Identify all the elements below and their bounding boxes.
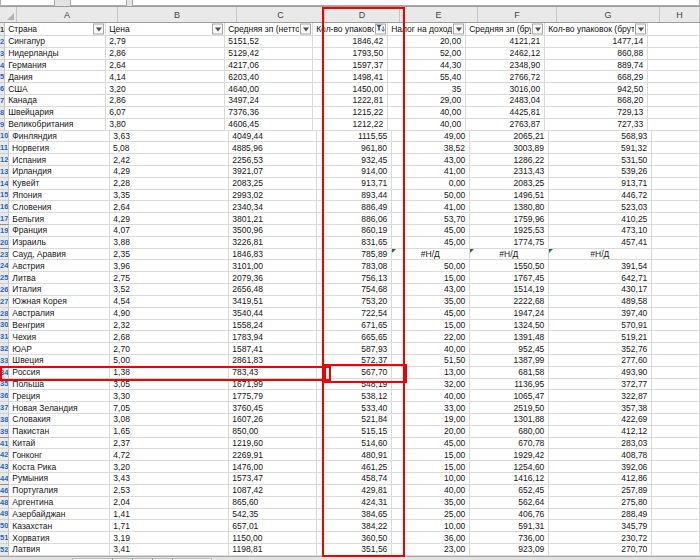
price-cell[interactable]: 2,53 (110, 485, 229, 497)
row-number-27[interactable]: 27 (0, 296, 9, 308)
row-number-24[interactable]: 24 (0, 260, 9, 272)
row-number-50[interactable]: 50 (0, 520, 9, 532)
packs-cell[interactable]: 671,65 (317, 320, 392, 332)
packs-cell[interactable]: 1846,42 (313, 36, 388, 48)
empty-cell[interactable] (652, 260, 700, 272)
empty-cell[interactable] (652, 154, 700, 166)
tax-cell[interactable]: 36,00 (392, 532, 470, 544)
price-cell[interactable]: 4,29 (110, 166, 229, 178)
gross-packs-cell[interactable]: 372,77 (549, 379, 652, 391)
gross-salary-cell[interactable]: 2083,25 (470, 178, 549, 190)
packs-cell[interactable]: 754,68 (317, 284, 392, 296)
net-salary-cell[interactable]: 865,60 (229, 497, 317, 509)
country-cell[interactable]: Румыния (9, 473, 110, 485)
country-cell[interactable]: Литва (9, 272, 110, 284)
net-salary-cell[interactable]: 1775,79 (229, 390, 317, 402)
country-cell[interactable]: Австрия (9, 260, 110, 272)
packs-cell[interactable]: 1597,37 (313, 60, 388, 72)
price-cell[interactable]: 3,63 (110, 131, 229, 143)
packs-cell[interactable]: 384,22 (317, 520, 392, 532)
tax-cell[interactable]: 40,00 (388, 107, 466, 119)
price-cell[interactable]: 1,38 (110, 367, 229, 379)
gross-packs-cell[interactable]: 1477,14 (545, 36, 648, 48)
column-letter-d[interactable]: D (325, 7, 400, 22)
gross-salary-cell[interactable]: 2313,43 (470, 166, 549, 178)
packs-cell[interactable]: 360,50 (317, 532, 392, 544)
empty-cell[interactable] (652, 414, 700, 426)
gross-salary-cell[interactable]: #Н/Д (470, 249, 549, 261)
packs-cell[interactable]: 913,71 (317, 178, 392, 190)
column-letter-a[interactable]: A (17, 7, 118, 22)
country-cell[interactable]: Франция (9, 225, 110, 237)
gross-salary-cell[interactable]: 562,64 (470, 497, 549, 509)
country-cell[interactable]: Аргентина (9, 497, 110, 509)
packs-cell[interactable]: 515,15 (317, 426, 392, 438)
gross-packs-cell[interactable]: 230,72 (549, 532, 652, 544)
tax-cell[interactable]: 35 (388, 83, 466, 95)
row-number-11[interactable]: 11 (0, 142, 9, 154)
packs-cell[interactable]: 665,65 (317, 331, 392, 343)
packs-cell[interactable]: 548,19 (317, 379, 392, 391)
gross-salary-cell[interactable]: 1380,80 (470, 201, 549, 213)
packs-cell[interactable]: 932,45 (317, 154, 392, 166)
tax-cell[interactable]: 55,40 (388, 71, 466, 83)
gross-packs-cell[interactable]: #Н/Д (549, 249, 652, 261)
packs-cell[interactable]: 1793,50 (313, 48, 388, 60)
gross-salary-cell[interactable]: 1301,88 (470, 414, 549, 426)
net-salary-cell[interactable]: 3500,96 (229, 225, 317, 237)
gross-packs-cell[interactable]: 397,40 (549, 308, 652, 320)
tax-cell[interactable]: 20,00 (392, 426, 470, 438)
packs-cell[interactable]: 860,19 (317, 225, 392, 237)
gross-salary-cell[interactable]: 1759,96 (470, 213, 549, 225)
gross-salary-cell[interactable]: 2766,72 (466, 71, 545, 83)
row-number-15[interactable]: 15 (0, 190, 9, 202)
gross-salary-cell[interactable]: 923,09 (470, 544, 549, 556)
gross-packs-cell[interactable]: 352,76 (549, 343, 652, 355)
tax-cell[interactable]: 35,00 (392, 497, 470, 509)
price-cell[interactable]: 3,20 (106, 83, 225, 95)
empty-cell[interactable] (652, 213, 700, 225)
price-cell[interactable]: 3,96 (110, 260, 229, 272)
net-salary-cell[interactable]: 1671,99 (229, 379, 317, 391)
row-number-49[interactable]: 49 (0, 509, 9, 521)
tax-cell[interactable]: 41,00 (392, 166, 470, 178)
country-cell[interactable]: Словения (9, 201, 110, 213)
packs-cell[interactable]: 351,56 (317, 544, 392, 556)
gross-salary-cell[interactable]: 1416,12 (470, 473, 549, 485)
net-salary-cell[interactable]: 1087,42 (229, 485, 317, 497)
row-number-30[interactable]: 30 (0, 320, 9, 332)
net-salary-cell[interactable]: 3921,07 (229, 166, 317, 178)
net-salary-cell[interactable]: 2993,02 (229, 190, 317, 202)
price-cell[interactable]: 1,41 (110, 509, 229, 521)
tax-cell[interactable]: 15,00 (392, 449, 470, 461)
net-salary-cell[interactable]: 3226,81 (229, 237, 317, 249)
column-letter-c[interactable]: C (237, 7, 325, 22)
filter-dropdown-icon[interactable] (635, 24, 646, 35)
header-cell-e[interactable]: Налог на доход (388, 23, 466, 36)
price-cell[interactable]: 3,43 (110, 473, 229, 485)
tax-cell[interactable]: 13,00 (392, 367, 470, 379)
packs-cell[interactable]: 1115,55 (317, 131, 392, 143)
net-salary-cell[interactable]: 3419,51 (229, 296, 317, 308)
tax-cell[interactable]: 40,00 (392, 343, 470, 355)
country-cell[interactable]: Швейцария (5, 107, 106, 119)
row-number-52[interactable]: 52 (0, 544, 9, 556)
empty-cell[interactable] (652, 461, 700, 473)
gross-packs-cell[interactable]: 531,50 (549, 154, 652, 166)
price-cell[interactable]: 2,79 (106, 36, 225, 48)
country-cell[interactable]: Чехия (9, 331, 110, 343)
gross-salary-cell[interactable]: 4425,81 (466, 107, 545, 119)
empty-cell[interactable] (652, 166, 700, 178)
gross-packs-cell[interactable]: 277,60 (549, 355, 652, 367)
packs-cell[interactable]: 783,08 (317, 260, 392, 272)
country-cell[interactable]: Португалия (9, 485, 110, 497)
gross-salary-cell[interactable]: 1391,48 (470, 331, 549, 343)
net-salary-cell[interactable]: 2256,53 (229, 154, 317, 166)
header-cell-c[interactable]: Средняя зп (нетто) (225, 23, 313, 36)
country-cell[interactable]: Великобритания (5, 119, 106, 131)
filter-dropdown-icon[interactable] (212, 24, 223, 35)
packs-cell[interactable]: 756,13 (317, 272, 392, 284)
gross-salary-cell[interactable]: 1514,19 (470, 284, 549, 296)
country-cell[interactable]: Гонконг (9, 449, 110, 461)
price-cell[interactable]: 3,20 (110, 461, 229, 473)
